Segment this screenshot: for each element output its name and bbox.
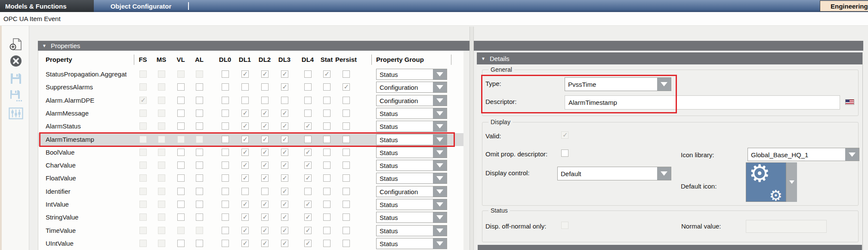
checkbox-persist[interactable] (343, 70, 350, 78)
checkbox-dl3[interactable] (281, 97, 288, 104)
table-row[interactable]: BoolValueStatus (38, 146, 463, 159)
table-row[interactable]: AlarmMessageStatus (38, 107, 463, 120)
checkbox-al[interactable] (196, 213, 203, 221)
checkbox-dl0[interactable] (222, 149, 229, 156)
checkbox-persist[interactable] (343, 149, 350, 156)
checkbox-dl3[interactable] (281, 227, 288, 234)
table-row[interactable]: StringValueStatus (38, 211, 463, 224)
checkbox-persist[interactable] (343, 97, 350, 104)
language-flag-icon[interactable] (845, 99, 854, 105)
checkbox-dl4[interactable] (304, 97, 312, 104)
checkbox-vl[interactable] (177, 162, 185, 169)
checkbox-dl0[interactable] (222, 110, 229, 117)
checkbox-dl0[interactable] (222, 162, 229, 169)
display-control-select[interactable]: Default (557, 167, 671, 180)
chevron-down-icon[interactable] (433, 69, 447, 79)
checkbox-vl[interactable] (177, 122, 185, 130)
checkbox-persist[interactable] (343, 213, 350, 221)
checkbox-vl[interactable] (177, 240, 185, 247)
table-row[interactable]: FloatValueStatus (38, 172, 463, 185)
chevron-down-icon[interactable] (433, 108, 447, 119)
panel-splitter[interactable] (470, 27, 474, 250)
checkbox-stat[interactable] (323, 110, 331, 117)
save-icon[interactable] (8, 71, 24, 86)
checkbox-dl0[interactable] (222, 70, 229, 78)
checkbox-dl4[interactable] (304, 188, 312, 195)
checkbox-dl3[interactable] (281, 174, 288, 182)
checkbox-stat[interactable] (323, 70, 331, 78)
checkbox-dl1[interactable] (241, 227, 249, 234)
checkbox-dl1[interactable] (241, 240, 249, 247)
checkbox-stat[interactable] (323, 97, 331, 104)
checkbox-al[interactable] (196, 162, 203, 169)
chevron-down-icon[interactable] (433, 212, 447, 223)
checkbox-dl1[interactable] (241, 201, 249, 208)
checkbox-dl3[interactable] (281, 162, 288, 169)
checkbox-dl1[interactable] (241, 174, 249, 182)
chevron-down-icon[interactable] (433, 199, 447, 210)
checkbox-dl3[interactable] (281, 240, 288, 247)
chevron-down-icon[interactable] (433, 226, 447, 236)
chevron-down-icon[interactable] (433, 82, 447, 92)
checkbox-al[interactable] (196, 122, 203, 130)
property-group-select[interactable]: Status (376, 160, 447, 171)
new-document-icon[interactable] (8, 37, 24, 52)
checkbox-stat[interactable] (323, 240, 331, 247)
checkbox-dl4[interactable] (304, 213, 312, 221)
checkbox-al[interactable] (196, 240, 203, 247)
checkbox-dl3[interactable] (281, 188, 288, 195)
table-row[interactable]: IdentifierConfiguration (38, 185, 463, 198)
checkbox-stat[interactable] (323, 149, 331, 156)
checkbox-dl3[interactable] (281, 136, 288, 143)
checkbox-dl2[interactable] (261, 97, 269, 104)
checkbox-persist[interactable] (343, 174, 350, 182)
checkbox-dl1[interactable] (241, 83, 249, 91)
checkbox-dl4[interactable] (304, 201, 312, 208)
table-row[interactable]: CharValueStatus (38, 159, 463, 172)
table-row[interactable]: TimeValueStatus (38, 224, 463, 237)
property-group-select[interactable]: Status (376, 199, 447, 210)
checkbox-vl[interactable] (177, 110, 185, 117)
checkbox-dl2[interactable] (261, 110, 269, 117)
checkbox-dl2[interactable] (261, 213, 269, 221)
checkbox-vl[interactable] (177, 83, 185, 91)
checkbox-dl4[interactable] (304, 83, 312, 91)
checkbox-vl[interactable] (177, 188, 185, 195)
checkbox-stat[interactable] (323, 213, 331, 221)
checkbox-dl2[interactable] (261, 240, 269, 247)
property-group-select[interactable]: Status (376, 134, 447, 145)
property-group-select[interactable]: Status (376, 212, 447, 223)
checkbox-dl1[interactable] (241, 97, 249, 104)
checkbox-dl2[interactable] (261, 174, 269, 182)
property-group-select[interactable]: Status (376, 108, 447, 119)
checkbox-dl3[interactable] (281, 201, 288, 208)
chevron-down-icon[interactable] (433, 160, 447, 171)
chevron-down-icon[interactable] (433, 134, 447, 145)
checkbox-stat[interactable] (323, 136, 331, 143)
property-group-select[interactable]: Status (376, 238, 447, 249)
property-group-select[interactable]: Status (376, 69, 447, 80)
checkbox-dl2[interactable] (261, 201, 269, 208)
checkbox-dl0[interactable] (222, 136, 229, 143)
checkbox-al[interactable] (196, 149, 203, 156)
checkbox-persist[interactable] (343, 201, 350, 208)
checkbox-dl0[interactable] (222, 174, 229, 182)
checkbox-dl0[interactable] (222, 201, 229, 208)
properties-section-header[interactable]: ▼ Properties (38, 41, 863, 51)
property-group-select[interactable]: Configuration (376, 186, 447, 197)
type-select[interactable]: PvssTime (565, 77, 671, 91)
checkbox-stat[interactable] (323, 201, 331, 208)
table-row[interactable]: UIntValueStatus (38, 237, 463, 250)
chevron-down-icon[interactable] (657, 78, 671, 91)
checkbox-dl4[interactable] (304, 240, 312, 247)
checkbox-persist[interactable] (343, 240, 350, 247)
checkbox-dl4[interactable] (304, 149, 312, 156)
checkbox-dl4[interactable] (304, 70, 312, 78)
checkbox-dl2[interactable] (261, 136, 269, 143)
checkbox-dl2[interactable] (261, 83, 269, 91)
checkbox-vl[interactable] (177, 174, 185, 182)
checkbox-dl2[interactable] (261, 162, 269, 169)
checkbox-persist[interactable] (343, 136, 350, 143)
chevron-down-icon[interactable] (433, 238, 447, 249)
table-row[interactable]: Alarm.AlarmDPEConfiguration (38, 94, 463, 107)
